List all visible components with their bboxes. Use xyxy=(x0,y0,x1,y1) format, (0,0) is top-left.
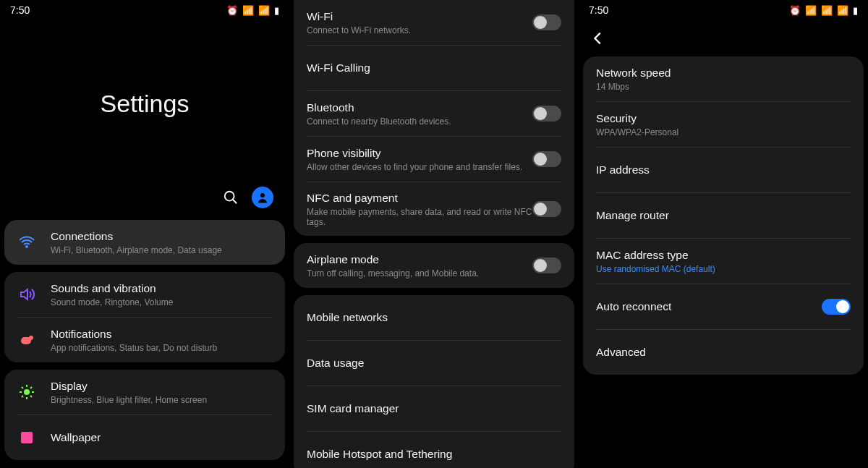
battery-icon: ▮ xyxy=(274,5,279,16)
row-title: Mobile Hotspot and Tethering xyxy=(307,447,561,461)
row-title: Sounds and vibration xyxy=(51,281,272,296)
wifi-toggle[interactable] xyxy=(532,14,561,30)
row-title: Wallpaper xyxy=(51,430,272,445)
auto-reconnect-toggle[interactable] xyxy=(822,299,851,315)
row-sub: Use randomised MAC (default) xyxy=(596,264,851,274)
row-sub: App notifications, Status bar, Do not di… xyxy=(51,343,272,353)
person-icon xyxy=(256,191,269,204)
row-title: Auto reconnect xyxy=(596,299,822,314)
svg-line-11 xyxy=(30,396,32,397)
settings-item-display[interactable]: Display Brightness, Blue light filter, H… xyxy=(4,370,285,414)
net-item-router[interactable]: Manage router xyxy=(583,193,864,238)
connections-scroll[interactable]: Wi-Fi Connect to Wi-Fi networks. Wi-Fi C… xyxy=(289,0,579,468)
row-title: IP address xyxy=(596,163,851,177)
svg-line-10 xyxy=(22,387,23,388)
row-sub: Turn off calling, messaging, and Mobile … xyxy=(307,268,532,278)
signal-icon: 📶 xyxy=(837,5,848,16)
row-sub: WPA/WPA2-Personal xyxy=(596,127,851,137)
row-title: Network speed xyxy=(596,66,851,80)
net-item-ip[interactable]: IP address xyxy=(583,148,864,192)
row-title: Display xyxy=(51,379,272,393)
net-item-speed[interactable]: Network speed 14 Mbps xyxy=(583,56,864,101)
row-sub: Connect to nearby Bluetooth devices. xyxy=(307,116,532,127)
title-area: Settings xyxy=(0,20,289,187)
status-bar: 7:50 ⏰ 📶 📶 ▮ xyxy=(0,0,289,20)
row-title: Connections xyxy=(51,229,272,244)
row-sub: Connect to Wi-Fi networks. xyxy=(307,25,532,35)
bluetooth-toggle[interactable] xyxy=(532,106,561,122)
conn-item-mobile-networks[interactable]: Mobile networks xyxy=(294,295,574,340)
row-text: Airplane mode Turn off calling, messagin… xyxy=(307,252,532,278)
settings-item-sounds[interactable]: Sounds and vibration Sound mode, Rington… xyxy=(4,272,285,317)
status-bar: 7:50 ⏰ 📶 📶 📶 ▮ xyxy=(579,0,868,20)
svg-line-1 xyxy=(233,200,237,204)
nfc-toggle[interactable] xyxy=(532,201,561,217)
row-sub: 14 Mbps xyxy=(596,82,851,92)
row-title: Advanced xyxy=(596,345,851,359)
row-title: Notifications xyxy=(51,327,272,341)
status-time: 7:50 xyxy=(10,4,30,16)
net-item-auto-reconnect[interactable]: Auto reconnect xyxy=(583,284,864,329)
row-text: Wallpaper xyxy=(51,430,272,445)
network-detail-content: Network speed 14 Mbps Security WPA/WPA2-… xyxy=(579,56,868,468)
row-title: Wi-Fi xyxy=(307,9,532,24)
row-text: Sounds and vibration Sound mode, Rington… xyxy=(51,281,272,307)
profile-avatar[interactable] xyxy=(252,187,273,208)
row-title: Bluetooth xyxy=(307,101,532,115)
page-title: Settings xyxy=(101,90,190,118)
conn-item-visibility[interactable]: Phone visibility Allow other devices to … xyxy=(294,137,574,182)
conn-item-wifi[interactable]: Wi-Fi Connect to Wi-Fi networks. xyxy=(294,0,574,45)
row-title: MAC address type xyxy=(596,248,851,263)
svg-line-12 xyxy=(22,396,23,397)
airplane-toggle[interactable] xyxy=(532,258,561,273)
row-sub: Sound mode, Ringtone, Volume xyxy=(51,297,272,307)
row-title: Data usage xyxy=(307,356,561,370)
settings-item-wallpaper[interactable]: Wallpaper xyxy=(4,415,285,460)
svg-point-5 xyxy=(24,389,30,395)
row-sub: Wi-Fi, Bluetooth, Airplane mode, Data us… xyxy=(51,245,272,255)
search-icon xyxy=(223,190,239,205)
search-button[interactable] xyxy=(223,190,239,205)
conn-item-wifi-calling[interactable]: Wi-Fi Calling xyxy=(294,46,574,90)
row-title: Security xyxy=(596,111,851,126)
action-row xyxy=(0,187,289,220)
back-button[interactable] xyxy=(590,36,606,48)
row-text: Connections Wi-Fi, Bluetooth, Airplane m… xyxy=(51,229,272,255)
status-icons: ⏰ 📶 📶 📶 ▮ xyxy=(789,5,858,16)
panel-connections: Wi-Fi Connect to Wi-Fi networks. Wi-Fi C… xyxy=(289,0,579,468)
row-sub: Allow other devices to find your phone a… xyxy=(307,162,532,172)
row-text: Wi-Fi Connect to Wi-Fi networks. xyxy=(307,9,532,35)
row-title: NFC and payment xyxy=(307,191,532,205)
display-icon xyxy=(17,383,36,401)
conn-item-airplane[interactable]: Airplane mode Turn off calling, messagin… xyxy=(294,243,574,288)
panel-settings-root: 7:50 ⏰ 📶 📶 ▮ Settings xyxy=(0,0,289,468)
settings-group-connections: Connections Wi-Fi, Bluetooth, Airplane m… xyxy=(4,220,285,265)
signal-icon: 📶 xyxy=(821,5,833,16)
conn-item-hotspot[interactable]: Mobile Hotspot and Tethering xyxy=(294,432,574,468)
svg-point-4 xyxy=(29,336,33,340)
network-group: Network speed 14 Mbps Security WPA/WPA2-… xyxy=(583,56,864,375)
net-item-security[interactable]: Security WPA/WPA2-Personal xyxy=(583,102,864,147)
panel-network-detail: 7:50 ⏰ 📶 📶 📶 ▮ Network speed 14 Mbps xyxy=(579,0,868,468)
chevron-left-icon xyxy=(590,30,606,46)
svg-point-0 xyxy=(225,192,234,201)
conn-item-bluetooth[interactable]: Bluetooth Connect to nearby Bluetooth de… xyxy=(294,91,574,136)
row-text: Bluetooth Connect to nearby Bluetooth de… xyxy=(307,101,532,127)
visibility-toggle[interactable] xyxy=(532,151,561,167)
signal-icon: 📶 xyxy=(242,5,254,16)
conn-item-data-usage[interactable]: Data usage xyxy=(294,341,574,386)
row-text: Notifications App notifications, Status … xyxy=(51,327,272,353)
conn-item-sim-manager[interactable]: SIM card manager xyxy=(294,386,574,431)
row-sub: Brightness, Blue light filter, Home scre… xyxy=(51,395,272,405)
row-text: NFC and payment Make mobile payments, sh… xyxy=(307,191,532,227)
wallpaper-icon xyxy=(17,428,36,447)
settings-item-connections[interactable]: Connections Wi-Fi, Bluetooth, Airplane m… xyxy=(4,220,285,265)
conn-item-nfc[interactable]: NFC and payment Make mobile payments, sh… xyxy=(294,182,574,236)
status-time: 7:50 xyxy=(589,4,608,16)
net-item-mac[interactable]: MAC address type Use randomised MAC (def… xyxy=(583,239,864,284)
alarm-icon: ⏰ xyxy=(226,5,238,16)
status-icons: ⏰ 📶 📶 ▮ xyxy=(226,5,279,16)
net-item-advanced[interactable]: Advanced xyxy=(583,330,864,375)
row-title: Wi-Fi Calling xyxy=(307,61,561,75)
settings-item-notifications[interactable]: Notifications App notifications, Status … xyxy=(4,318,285,362)
